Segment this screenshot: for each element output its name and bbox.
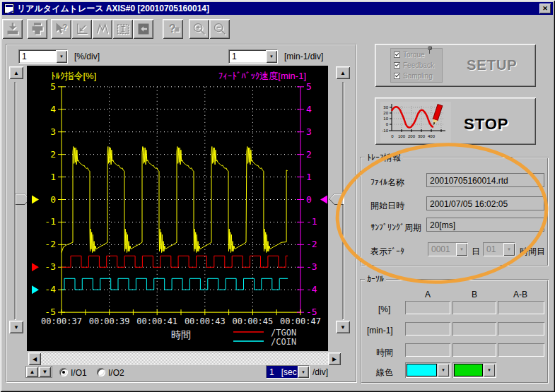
svg-text:400: 400	[428, 134, 436, 138]
chart-button[interactable]	[71, 19, 92, 39]
checkbox-torque	[394, 52, 400, 58]
text-select-button[interactable]	[112, 19, 133, 39]
svg-text:-2: -2	[306, 239, 317, 249]
left-scroll-up-button[interactable]: ▲	[9, 66, 23, 79]
stop-chart-icon: 3020100-10 0100200300400	[380, 102, 451, 143]
sampling-period-value: 20[ms]	[426, 218, 544, 232]
title-bar: リアルタイムトレース AXIS#0 [20010705160014] ✕	[2, 2, 553, 15]
io1-radio[interactable]	[59, 368, 68, 376]
left-scale-unit: [%/div]	[74, 52, 100, 61]
chevron-down-icon[interactable]: ▼	[298, 366, 309, 378]
svg-text:100: 100	[398, 134, 406, 138]
left-scale-value: 1	[19, 50, 56, 63]
apply-button[interactable]	[133, 19, 153, 39]
scroll-left-button[interactable]: ◀	[28, 352, 41, 365]
time-div-combobox[interactable]: 1 [sec ▼	[266, 365, 310, 379]
svg-text:00:00:45: 00:00:45	[233, 316, 274, 326]
chevron-down-icon[interactable]: ▼	[484, 364, 495, 376]
chevron-down-icon[interactable]: ▼	[438, 364, 449, 376]
right-scale-combobox[interactable]: 1 ▼	[228, 49, 278, 64]
setup-icon: Torque Feedback Sampling	[390, 48, 443, 83]
waveform-button[interactable]	[92, 19, 112, 39]
trace-info-group: ﾄﾚｰｽ情報 ﾌｧｲﾙ名称 20010705160014.rtd 開始日時 20…	[360, 157, 549, 266]
help-button[interactable]: ? ?	[163, 19, 183, 39]
cursor-title: ｶｰｿﾙ	[365, 274, 386, 284]
hour-unit-label: 時間目	[520, 246, 545, 258]
window-title: リアルタイムトレース AXIS#0 [20010705160014]	[17, 3, 209, 15]
svg-text:/COIN: /COIN	[271, 337, 296, 347]
svg-text:-5: -5	[306, 307, 317, 317]
help-icon: ? ?	[166, 22, 180, 36]
checkbox-sampling	[394, 73, 400, 79]
color-swatch-a	[407, 364, 437, 376]
zoom-out-button[interactable]	[209, 19, 230, 39]
time-div-suffix: /div]	[312, 367, 328, 377]
stop-button[interactable]: 3020100-10 0100200300400 STOP	[375, 97, 536, 145]
svg-text:0: 0	[306, 194, 312, 205]
app-window: リアルタイムトレース AXIS#0 [20010705160014] ✕ ? ?	[0, 0, 555, 392]
display-day-combobox[interactable]: 0001▼	[428, 242, 468, 256]
print-button[interactable]	[27, 19, 47, 39]
app-icon	[4, 4, 14, 13]
setup-button[interactable]: Torque Feedback Sampling SETUP	[375, 44, 536, 87]
right-slider-thumb[interactable]	[329, 194, 344, 205]
cursor-col-a: A	[425, 290, 431, 299]
cursor-min1-a	[405, 322, 450, 335]
zoom-out-icon	[213, 22, 227, 36]
left-scale-combobox[interactable]: 1 ▼	[18, 49, 68, 64]
io2-radio[interactable]	[97, 368, 105, 376]
right-scroll-down-button[interactable]: ▼	[336, 321, 350, 333]
right-scale-unit: [min-1/div]	[284, 52, 323, 61]
close-button[interactable]: ✕	[539, 4, 551, 13]
svg-text:-4: -4	[45, 284, 56, 295]
cursor-color-b-dropdown[interactable]: ▼	[452, 362, 496, 378]
time-div-value: 1 [sec	[267, 366, 298, 378]
right-scale-value: 1	[229, 50, 266, 63]
left-scroll-down-button[interactable]: ▼	[9, 321, 23, 333]
export-icon	[6, 22, 20, 36]
chevron-down-icon: ▼	[503, 243, 515, 256]
chevron-down-icon[interactable]: ▼	[266, 50, 277, 63]
cursor-pct-b	[452, 301, 496, 314]
waveform-icon	[95, 22, 110, 36]
cursor-row-color-label: 線色	[376, 367, 393, 379]
help-pointer-icon: ? ?	[54, 22, 69, 36]
io1-radio-label: I/O1	[71, 368, 87, 378]
cursor-pct-a	[405, 301, 450, 314]
svg-text:2: 2	[50, 149, 56, 160]
scroll-right-button[interactable]: ▶	[328, 352, 341, 365]
svg-text:00:00:41: 00:00:41	[136, 316, 177, 326]
checkbox-feedback-label: Feedback	[403, 61, 434, 69]
zoom-in-button[interactable]	[189, 19, 209, 39]
io-down-button[interactable]: ▼	[39, 367, 51, 377]
svg-text:-5: -5	[45, 307, 56, 317]
cursor-color-a-dropdown[interactable]: ▼	[405, 362, 450, 378]
svg-text:-3: -3	[306, 261, 317, 272]
svg-text:?: ?	[168, 22, 175, 35]
svg-text:時間: 時間	[171, 329, 191, 340]
cursor-time-a	[405, 343, 450, 357]
svg-text:4: 4	[306, 104, 312, 114]
torque-series	[62, 147, 288, 253]
svg-text:30: 30	[383, 105, 388, 109]
print-icon	[30, 22, 45, 36]
svg-text:/TGON: /TGON	[271, 328, 296, 338]
svg-text:-1: -1	[45, 216, 56, 227]
chart-arrow-icon	[75, 22, 89, 36]
cursor-col-b: B	[472, 290, 477, 299]
svg-text:00:00:43: 00:00:43	[185, 316, 226, 326]
right-scroll-up-button[interactable]: ▲	[336, 66, 350, 79]
chevron-down-icon[interactable]: ▼	[56, 50, 67, 63]
chart-hscrollbar[interactable]	[28, 352, 341, 365]
export-button[interactable]	[2, 19, 23, 39]
help-pointer-button[interactable]: ? ?	[51, 19, 71, 39]
display-hour-combobox[interactable]: 01▼	[483, 242, 515, 256]
io-up-button[interactable]: ▲	[26, 367, 38, 377]
svg-text:200: 200	[408, 134, 416, 138]
svg-text:00:00:47: 00:00:47	[280, 316, 321, 326]
cursor-min1-ab	[498, 322, 544, 335]
zoom-in-icon	[192, 22, 206, 36]
io2-radio-label: I/O2	[108, 368, 124, 378]
cursor-group: ｶｰｿﾙ A B A-B [%] [min-1] 時間 線色 ▼ ▼	[360, 279, 549, 384]
svg-text:1: 1	[50, 172, 56, 182]
